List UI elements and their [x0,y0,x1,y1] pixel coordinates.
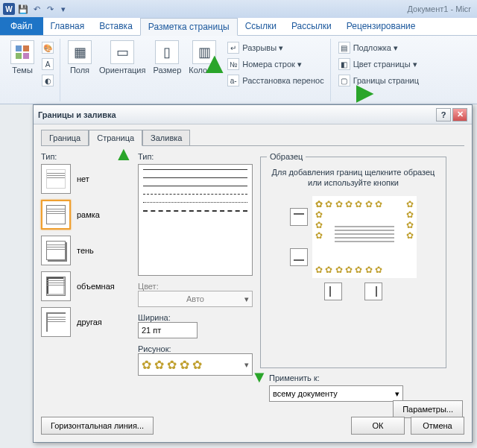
group-page-background: ▤Подложка ▾ ◧Цвет страницы ▾ ▢Границы ст… [332,39,425,101]
type-shadow[interactable]: тень [41,236,130,265]
titlebar: W 💾 ↶ ↷ ▾ Документ1 - Micr [0,0,477,18]
type-box[interactable]: рамка [41,200,130,230]
breaks-icon: ↵ [227,42,239,54]
ribbon-tabs: Файл Главная Вставка Разметка страницы С… [0,18,477,36]
preview-legend: Образец [267,152,306,161]
dtab-border[interactable]: Граница [41,130,89,146]
theme-effects-icon[interactable]: ◐ [40,73,55,88]
tab-insert[interactable]: Вставка [92,17,140,35]
toggle-bottom-border[interactable] [290,248,308,266]
breaks-button[interactable]: ↵Разрывы ▾ [226,40,325,55]
tab-page-layout[interactable]: Разметка страницы [140,18,238,36]
help-button[interactable]: ? [436,108,451,122]
watermark-button[interactable]: ▤Подложка ▾ [337,40,420,55]
type-list: нет рамка тень объемная другая [41,164,130,337]
apply-label: Применить к: [269,373,455,382]
themes-sub: 🎨 A ◐ [40,39,55,88]
side-toggles-left [290,208,308,266]
group-page-setup: ▦Поля ▭Ориентация ▯Размер ▥Колонки ↵Разр… [62,39,331,101]
type-label: Тип: [41,152,130,161]
page-borders-icon: ▢ [338,75,350,86]
dialog-footer: Горизонтальная линия... ОК Отмена [41,417,464,435]
borders-shading-dialog: Границы и заливка ? ✕ Граница Страница З… [33,104,473,443]
theme-fonts-icon[interactable]: A [40,57,55,72]
quick-access-toolbar: 💾 ↶ ↷ ▾ [18,4,69,14]
qat-dropdown-icon[interactable]: ▾ [58,4,69,14]
themes-button[interactable]: Темы [9,39,36,76]
orientation-button[interactable]: ▭Ориентация [98,39,147,76]
art-figure-icon: ✿ [154,358,164,372]
toggle-left-border[interactable] [324,283,342,300]
cancel-button[interactable]: Отмена [411,417,464,435]
redo-icon[interactable]: ↷ [45,4,55,14]
dialog-title: Границы и заливка [38,110,116,119]
art-figure-icon: ✿ [167,358,177,372]
page-color-icon: ◧ [338,58,350,70]
tab-review[interactable]: Рецензирование [339,17,423,35]
page-preview[interactable]: ✿ ✿ ✿ ✿ ✿ ✿ ✿ ✿ ✿ ✿ ✿ ✿ ✿ ✿ ✿✿✿✿ ✿✿✿✿ [312,196,417,278]
color-select[interactable]: Авто [138,291,253,307]
dialog-body: Граница Страница Заливка ▲ Тип: нет рамк… [34,124,472,442]
preview-column: Образец Для добавления границ щелкните о… [260,152,446,411]
word-icon: W [3,3,15,15]
style-label: Тип: [138,152,253,161]
page-bg-sub: ▤Подложка ▾ ◧Цвет страницы ▾ ▢Границы ст… [337,39,420,88]
width-label: Ширина: [138,313,253,322]
dialog-tabs: Граница Страница Заливка [41,129,464,146]
size-icon: ▯ [155,40,179,64]
toggle-top-border[interactable] [290,208,308,226]
tab-file[interactable]: Файл [0,17,43,35]
save-icon[interactable]: 💾 [18,4,28,14]
page-color-button[interactable]: ◧Цвет страницы ▾ [337,57,420,72]
art-label: Рисунок: [138,344,253,353]
columns-icon: ▥ [192,40,216,64]
line-numbers-icon: № [227,58,239,70]
dialog-titlebar: Границы и заливка ? ✕ [34,105,472,124]
orientation-icon: ▭ [110,40,134,64]
watermark-icon: ▤ [338,42,350,54]
art-figure-icon: ✿ [180,358,189,372]
dtab-page[interactable]: Страница [89,130,142,146]
tab-mailings[interactable]: Рассылки [284,17,339,35]
group-themes: Темы 🎨 A ◐ [4,39,60,101]
preview-hint: Для добавления границ щелкните образец и… [267,167,440,189]
side-toggles-bottom [267,283,440,300]
art-figure-icon: ✿ [192,358,202,372]
page-borders-button[interactable]: ▢Границы страниц [337,73,420,88]
type-custom[interactable]: другая [41,307,130,337]
columns-button[interactable]: ▥Колонки [187,39,221,76]
style-column: Тип: Цвет: Авто Ширина: 21 пт Рисунок: ✿… [138,152,253,411]
art-select[interactable]: ✿ ✿ ✿ ✿ ✿ [138,353,253,376]
type-column: Тип: нет рамка тень объемная другая [41,152,130,411]
size-button[interactable]: ▯Размер [151,39,183,76]
tab-references[interactable]: Ссылки [238,17,284,35]
apply-to-row: Применить к: всему документу [269,373,455,402]
ribbon: Темы 🎨 A ◐ ▦Поля ▭Ориентация ▯Размер ▥Ко… [0,36,477,104]
line-numbers-button[interactable]: №Номера строк ▾ [226,57,325,72]
width-input[interactable]: 21 пт [138,322,198,338]
dtab-fill[interactable]: Заливка [142,130,190,146]
undo-icon[interactable]: ↶ [31,4,42,14]
page-setup-sub: ↵Разрывы ▾ №Номера строк ▾ a-Расстановка… [226,39,325,88]
horizontal-line-button[interactable]: Горизонтальная линия... [41,417,154,435]
dialog-content: Тип: нет рамка тень объемная другая Тип:… [41,146,464,411]
art-figure-icon: ✿ [142,358,151,372]
close-button[interactable]: ✕ [452,108,467,122]
options-button[interactable]: Параметры... [393,400,463,418]
tab-home[interactable]: Главная [43,17,92,35]
toggle-right-border[interactable] [364,283,382,300]
document-title: Документ1 - Micr [408,4,471,13]
margins-icon: ▦ [68,40,92,64]
style-listbox[interactable] [138,164,253,276]
theme-colors-icon[interactable]: 🎨 [40,40,55,55]
hyphenation-icon: a- [227,75,239,86]
type-3d[interactable]: объемная [41,271,130,301]
apply-to-select[interactable]: всему документу [269,385,403,402]
margins-button[interactable]: ▦Поля [66,39,93,76]
preview-fieldset: Образец Для добавления границ щелкните о… [260,152,446,368]
preview-area: ✿ ✿ ✿ ✿ ✿ ✿ ✿ ✿ ✿ ✿ ✿ ✿ ✿ ✿ ✿✿✿✿ ✿✿✿✿ [267,196,440,278]
type-none[interactable]: нет [41,164,130,194]
color-label: Цвет: [138,282,253,291]
hyphenation-button[interactable]: a-Расстановка перенос [226,73,325,88]
ok-button[interactable]: ОК [351,417,405,435]
